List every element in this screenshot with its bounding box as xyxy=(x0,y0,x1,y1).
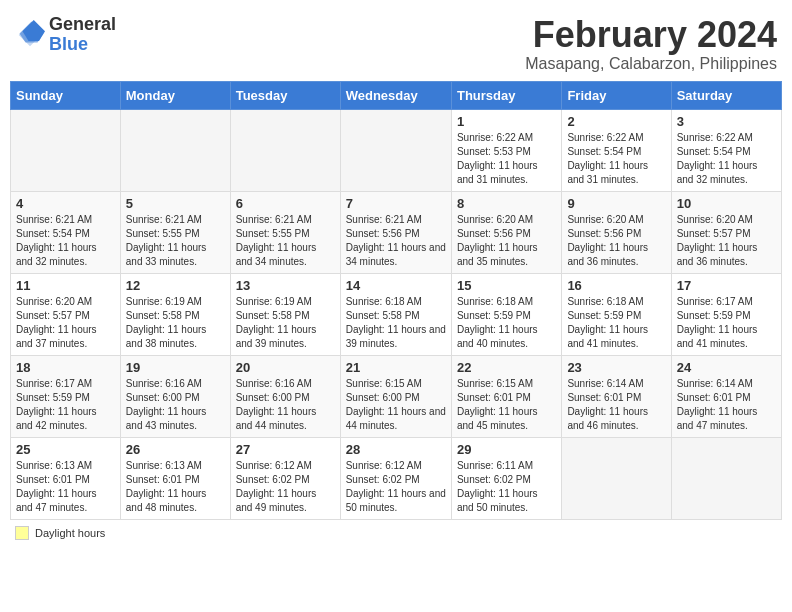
calendar-header-row: SundayMondayTuesdayWednesdayThursdayFrid… xyxy=(11,81,782,109)
page-header: General Blue February 2024 Masapang, Cal… xyxy=(10,10,782,73)
calendar-cell: 4Sunrise: 6:21 AMSunset: 5:54 PMDaylight… xyxy=(11,191,121,273)
calendar-weekday-header: Monday xyxy=(120,81,230,109)
day-info: Sunrise: 6:15 AMSunset: 6:00 PMDaylight:… xyxy=(346,377,446,433)
calendar-week-row: 1Sunrise: 6:22 AMSunset: 5:53 PMDaylight… xyxy=(11,109,782,191)
month-title: February 2024 xyxy=(525,15,777,55)
day-info: Sunrise: 6:12 AMSunset: 6:02 PMDaylight:… xyxy=(236,459,335,515)
calendar-weekday-header: Thursday xyxy=(451,81,561,109)
day-info: Sunrise: 6:15 AMSunset: 6:01 PMDaylight:… xyxy=(457,377,556,433)
day-info: Sunrise: 6:16 AMSunset: 6:00 PMDaylight:… xyxy=(236,377,335,433)
day-number: 2 xyxy=(567,114,665,129)
day-number: 17 xyxy=(677,278,776,293)
day-number: 9 xyxy=(567,196,665,211)
calendar-cell: 9Sunrise: 6:20 AMSunset: 5:56 PMDaylight… xyxy=(562,191,671,273)
day-number: 6 xyxy=(236,196,335,211)
legend-label: Daylight hours xyxy=(35,527,105,539)
calendar-cell xyxy=(230,109,340,191)
day-info: Sunrise: 6:21 AMSunset: 5:55 PMDaylight:… xyxy=(126,213,225,269)
day-number: 20 xyxy=(236,360,335,375)
day-info: Sunrise: 6:19 AMSunset: 5:58 PMDaylight:… xyxy=(126,295,225,351)
day-number: 22 xyxy=(457,360,556,375)
day-info: Sunrise: 6:21 AMSunset: 5:54 PMDaylight:… xyxy=(16,213,115,269)
calendar-cell: 2Sunrise: 6:22 AMSunset: 5:54 PMDaylight… xyxy=(562,109,671,191)
calendar-cell: 24Sunrise: 6:14 AMSunset: 6:01 PMDayligh… xyxy=(671,355,781,437)
calendar-cell: 11Sunrise: 6:20 AMSunset: 5:57 PMDayligh… xyxy=(11,273,121,355)
day-info: Sunrise: 6:21 AMSunset: 5:56 PMDaylight:… xyxy=(346,213,446,269)
day-number: 29 xyxy=(457,442,556,457)
calendar-cell: 20Sunrise: 6:16 AMSunset: 6:00 PMDayligh… xyxy=(230,355,340,437)
legend: Daylight hours xyxy=(10,526,782,540)
day-info: Sunrise: 6:12 AMSunset: 6:02 PMDaylight:… xyxy=(346,459,446,515)
legend-box xyxy=(15,526,29,540)
day-number: 8 xyxy=(457,196,556,211)
day-info: Sunrise: 6:17 AMSunset: 5:59 PMDaylight:… xyxy=(16,377,115,433)
day-info: Sunrise: 6:20 AMSunset: 5:57 PMDaylight:… xyxy=(677,213,776,269)
calendar-cell: 22Sunrise: 6:15 AMSunset: 6:01 PMDayligh… xyxy=(451,355,561,437)
calendar-cell: 1Sunrise: 6:22 AMSunset: 5:53 PMDaylight… xyxy=(451,109,561,191)
calendar-week-row: 4Sunrise: 6:21 AMSunset: 5:54 PMDaylight… xyxy=(11,191,782,273)
logo-icon xyxy=(15,20,45,50)
calendar-cell: 27Sunrise: 6:12 AMSunset: 6:02 PMDayligh… xyxy=(230,437,340,519)
calendar-weekday-header: Saturday xyxy=(671,81,781,109)
calendar-week-row: 18Sunrise: 6:17 AMSunset: 5:59 PMDayligh… xyxy=(11,355,782,437)
day-number: 11 xyxy=(16,278,115,293)
day-number: 26 xyxy=(126,442,225,457)
day-number: 1 xyxy=(457,114,556,129)
calendar-cell xyxy=(562,437,671,519)
calendar-cell: 15Sunrise: 6:18 AMSunset: 5:59 PMDayligh… xyxy=(451,273,561,355)
day-number: 14 xyxy=(346,278,446,293)
title-block: February 2024 Masapang, Calabarzon, Phil… xyxy=(525,15,777,73)
calendar-week-row: 25Sunrise: 6:13 AMSunset: 6:01 PMDayligh… xyxy=(11,437,782,519)
day-info: Sunrise: 6:16 AMSunset: 6:00 PMDaylight:… xyxy=(126,377,225,433)
calendar-cell xyxy=(340,109,451,191)
day-number: 27 xyxy=(236,442,335,457)
day-info: Sunrise: 6:14 AMSunset: 6:01 PMDaylight:… xyxy=(677,377,776,433)
logo: General Blue xyxy=(15,15,116,55)
calendar-weekday-header: Tuesday xyxy=(230,81,340,109)
day-number: 3 xyxy=(677,114,776,129)
day-number: 23 xyxy=(567,360,665,375)
day-info: Sunrise: 6:22 AMSunset: 5:53 PMDaylight:… xyxy=(457,131,556,187)
day-info: Sunrise: 6:18 AMSunset: 5:59 PMDaylight:… xyxy=(457,295,556,351)
day-number: 10 xyxy=(677,196,776,211)
calendar-cell: 18Sunrise: 6:17 AMSunset: 5:59 PMDayligh… xyxy=(11,355,121,437)
day-info: Sunrise: 6:13 AMSunset: 6:01 PMDaylight:… xyxy=(16,459,115,515)
calendar-cell: 26Sunrise: 6:13 AMSunset: 6:01 PMDayligh… xyxy=(120,437,230,519)
day-info: Sunrise: 6:21 AMSunset: 5:55 PMDaylight:… xyxy=(236,213,335,269)
calendar-cell: 7Sunrise: 6:21 AMSunset: 5:56 PMDaylight… xyxy=(340,191,451,273)
calendar-weekday-header: Sunday xyxy=(11,81,121,109)
calendar-cell xyxy=(671,437,781,519)
day-info: Sunrise: 6:22 AMSunset: 5:54 PMDaylight:… xyxy=(567,131,665,187)
calendar-table: SundayMondayTuesdayWednesdayThursdayFrid… xyxy=(10,81,782,520)
day-info: Sunrise: 6:20 AMSunset: 5:57 PMDaylight:… xyxy=(16,295,115,351)
calendar-cell: 16Sunrise: 6:18 AMSunset: 5:59 PMDayligh… xyxy=(562,273,671,355)
calendar-cell: 13Sunrise: 6:19 AMSunset: 5:58 PMDayligh… xyxy=(230,273,340,355)
calendar-week-row: 11Sunrise: 6:20 AMSunset: 5:57 PMDayligh… xyxy=(11,273,782,355)
logo-text: General Blue xyxy=(49,15,116,55)
day-info: Sunrise: 6:13 AMSunset: 6:01 PMDaylight:… xyxy=(126,459,225,515)
calendar-cell: 12Sunrise: 6:19 AMSunset: 5:58 PMDayligh… xyxy=(120,273,230,355)
calendar-weekday-header: Wednesday xyxy=(340,81,451,109)
calendar-cell: 10Sunrise: 6:20 AMSunset: 5:57 PMDayligh… xyxy=(671,191,781,273)
day-info: Sunrise: 6:11 AMSunset: 6:02 PMDaylight:… xyxy=(457,459,556,515)
calendar-cell: 8Sunrise: 6:20 AMSunset: 5:56 PMDaylight… xyxy=(451,191,561,273)
day-number: 25 xyxy=(16,442,115,457)
day-number: 16 xyxy=(567,278,665,293)
calendar-cell: 17Sunrise: 6:17 AMSunset: 5:59 PMDayligh… xyxy=(671,273,781,355)
day-number: 21 xyxy=(346,360,446,375)
calendar-cell: 23Sunrise: 6:14 AMSunset: 6:01 PMDayligh… xyxy=(562,355,671,437)
calendar-cell: 6Sunrise: 6:21 AMSunset: 5:55 PMDaylight… xyxy=(230,191,340,273)
day-number: 24 xyxy=(677,360,776,375)
calendar-cell: 14Sunrise: 6:18 AMSunset: 5:58 PMDayligh… xyxy=(340,273,451,355)
day-info: Sunrise: 6:20 AMSunset: 5:56 PMDaylight:… xyxy=(567,213,665,269)
day-info: Sunrise: 6:17 AMSunset: 5:59 PMDaylight:… xyxy=(677,295,776,351)
day-info: Sunrise: 6:22 AMSunset: 5:54 PMDaylight:… xyxy=(677,131,776,187)
calendar-cell: 21Sunrise: 6:15 AMSunset: 6:00 PMDayligh… xyxy=(340,355,451,437)
day-number: 18 xyxy=(16,360,115,375)
day-info: Sunrise: 6:20 AMSunset: 5:56 PMDaylight:… xyxy=(457,213,556,269)
calendar-weekday-header: Friday xyxy=(562,81,671,109)
day-number: 28 xyxy=(346,442,446,457)
logo-blue: Blue xyxy=(49,35,116,55)
day-number: 15 xyxy=(457,278,556,293)
day-number: 4 xyxy=(16,196,115,211)
